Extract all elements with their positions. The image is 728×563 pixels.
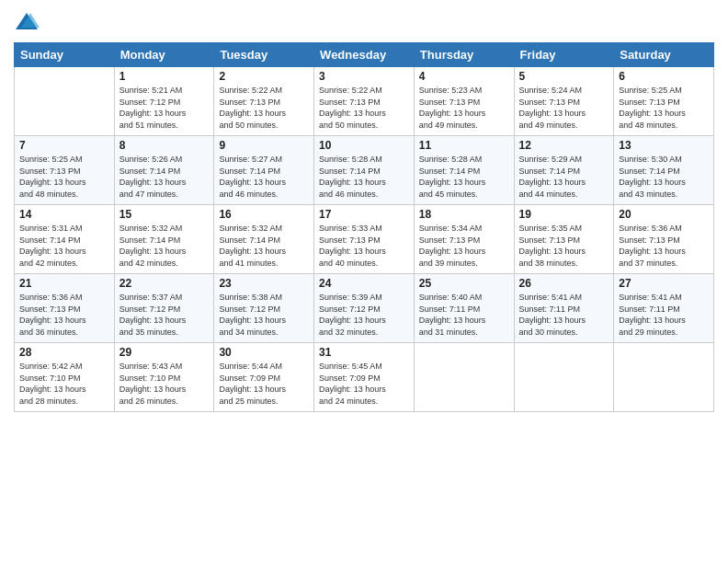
calendar-cell [414, 343, 514, 412]
day-info: Sunrise: 5:41 AM Sunset: 7:11 PM Dayligh… [519, 292, 609, 338]
day-of-week-header: Wednesday [314, 43, 415, 67]
day-info: Sunrise: 5:25 AM Sunset: 7:13 PM Dayligh… [619, 85, 709, 131]
day-info: Sunrise: 5:28 AM Sunset: 7:14 PM Dayligh… [419, 154, 509, 200]
page: SundayMondayTuesdayWednesdayThursdayFrid… [0, 0, 728, 563]
day-info: Sunrise: 5:24 AM Sunset: 7:13 PM Dayligh… [519, 85, 609, 131]
day-number: 8 [119, 139, 210, 152]
day-info: Sunrise: 5:27 AM Sunset: 7:14 PM Dayligh… [219, 154, 309, 200]
day-info: Sunrise: 5:30 AM Sunset: 7:14 PM Dayligh… [619, 154, 709, 200]
day-info: Sunrise: 5:36 AM Sunset: 7:13 PM Dayligh… [619, 223, 709, 269]
day-info: Sunrise: 5:29 AM Sunset: 7:14 PM Dayligh… [519, 154, 609, 200]
day-info: Sunrise: 5:33 AM Sunset: 7:13 PM Dayligh… [319, 223, 409, 269]
day-number: 23 [219, 277, 309, 290]
day-info: Sunrise: 5:43 AM Sunset: 7:10 PM Dayligh… [119, 361, 210, 407]
day-of-week-header: Thursday [414, 43, 514, 67]
day-info: Sunrise: 5:40 AM Sunset: 7:11 PM Dayligh… [419, 292, 509, 338]
day-info: Sunrise: 5:44 AM Sunset: 7:09 PM Dayligh… [219, 361, 309, 407]
day-number: 7 [19, 139, 109, 152]
calendar-cell: 18Sunrise: 5:34 AM Sunset: 7:13 PM Dayli… [414, 205, 514, 274]
logo-icon [14, 9, 40, 35]
day-number: 14 [19, 208, 109, 221]
calendar-cell: 30Sunrise: 5:44 AM Sunset: 7:09 PM Dayli… [214, 343, 314, 412]
day-info: Sunrise: 5:21 AM Sunset: 7:12 PM Dayligh… [119, 85, 210, 131]
calendar-table: SundayMondayTuesdayWednesdayThursdayFrid… [14, 42, 714, 412]
calendar-cell: 19Sunrise: 5:35 AM Sunset: 7:13 PM Dayli… [514, 205, 614, 274]
calendar-cell: 20Sunrise: 5:36 AM Sunset: 7:13 PM Dayli… [614, 205, 714, 274]
calendar-cell: 22Sunrise: 5:37 AM Sunset: 7:12 PM Dayli… [114, 274, 214, 343]
day-info: Sunrise: 5:42 AM Sunset: 7:10 PM Dayligh… [19, 361, 109, 407]
calendar-cell: 28Sunrise: 5:42 AM Sunset: 7:10 PM Dayli… [15, 343, 115, 412]
day-number: 17 [319, 208, 409, 221]
calendar-cell: 2Sunrise: 5:22 AM Sunset: 7:13 PM Daylig… [214, 67, 314, 136]
day-number: 30 [219, 346, 309, 359]
day-number: 16 [219, 208, 309, 221]
day-number: 11 [419, 139, 509, 152]
calendar-cell [514, 343, 614, 412]
day-info: Sunrise: 5:23 AM Sunset: 7:13 PM Dayligh… [419, 85, 509, 131]
day-info: Sunrise: 5:36 AM Sunset: 7:13 PM Dayligh… [19, 292, 109, 338]
calendar-cell: 31Sunrise: 5:45 AM Sunset: 7:09 PM Dayli… [314, 343, 415, 412]
day-number: 21 [19, 277, 109, 290]
calendar-cell: 23Sunrise: 5:38 AM Sunset: 7:12 PM Dayli… [214, 274, 314, 343]
day-number: 20 [619, 208, 709, 221]
day-of-week-header: Tuesday [214, 43, 314, 67]
calendar-cell: 13Sunrise: 5:30 AM Sunset: 7:14 PM Dayli… [614, 136, 714, 205]
day-of-week-header: Monday [114, 43, 214, 67]
calendar-cell: 24Sunrise: 5:39 AM Sunset: 7:12 PM Dayli… [314, 274, 415, 343]
day-info: Sunrise: 5:38 AM Sunset: 7:12 PM Dayligh… [219, 292, 309, 338]
day-number: 24 [319, 277, 409, 290]
day-number: 27 [619, 277, 709, 290]
day-number: 9 [219, 139, 309, 152]
calendar-cell: 11Sunrise: 5:28 AM Sunset: 7:14 PM Dayli… [414, 136, 514, 205]
calendar-cell: 27Sunrise: 5:41 AM Sunset: 7:11 PM Dayli… [614, 274, 714, 343]
calendar-cell: 17Sunrise: 5:33 AM Sunset: 7:13 PM Dayli… [314, 205, 415, 274]
calendar-week-row: 28Sunrise: 5:42 AM Sunset: 7:10 PM Dayli… [15, 343, 714, 412]
day-of-week-header: Sunday [15, 43, 115, 67]
day-number: 31 [319, 346, 409, 359]
day-number: 18 [419, 208, 509, 221]
calendar-cell: 16Sunrise: 5:32 AM Sunset: 7:14 PM Dayli… [214, 205, 314, 274]
calendar-cell: 25Sunrise: 5:40 AM Sunset: 7:11 PM Dayli… [414, 274, 514, 343]
day-number: 25 [419, 277, 509, 290]
day-info: Sunrise: 5:32 AM Sunset: 7:14 PM Dayligh… [119, 223, 210, 269]
day-number: 4 [419, 70, 509, 83]
day-number: 26 [519, 277, 609, 290]
calendar-cell: 1Sunrise: 5:21 AM Sunset: 7:12 PM Daylig… [114, 67, 214, 136]
calendar-cell: 21Sunrise: 5:36 AM Sunset: 7:13 PM Dayli… [15, 274, 115, 343]
day-number: 15 [119, 208, 210, 221]
day-number: 10 [319, 139, 409, 152]
day-number: 6 [619, 70, 709, 83]
calendar-cell [15, 67, 115, 136]
calendar-cell: 4Sunrise: 5:23 AM Sunset: 7:13 PM Daylig… [414, 67, 514, 136]
calendar-cell: 14Sunrise: 5:31 AM Sunset: 7:14 PM Dayli… [15, 205, 115, 274]
calendar-cell: 29Sunrise: 5:43 AM Sunset: 7:10 PM Dayli… [114, 343, 214, 412]
calendar-cell: 3Sunrise: 5:22 AM Sunset: 7:13 PM Daylig… [314, 67, 415, 136]
calendar-header-row: SundayMondayTuesdayWednesdayThursdayFrid… [15, 43, 714, 67]
day-info: Sunrise: 5:45 AM Sunset: 7:09 PM Dayligh… [319, 361, 409, 407]
day-of-week-header: Friday [514, 43, 614, 67]
day-number: 28 [19, 346, 109, 359]
day-info: Sunrise: 5:37 AM Sunset: 7:12 PM Dayligh… [119, 292, 210, 338]
calendar-cell: 7Sunrise: 5:25 AM Sunset: 7:13 PM Daylig… [15, 136, 115, 205]
day-info: Sunrise: 5:22 AM Sunset: 7:13 PM Dayligh… [219, 85, 309, 131]
day-number: 29 [119, 346, 210, 359]
calendar-cell: 26Sunrise: 5:41 AM Sunset: 7:11 PM Dayli… [514, 274, 614, 343]
calendar-cell: 6Sunrise: 5:25 AM Sunset: 7:13 PM Daylig… [614, 67, 714, 136]
logo [14, 9, 43, 35]
day-of-week-header: Saturday [614, 43, 714, 67]
day-number: 13 [619, 139, 709, 152]
header [14, 9, 714, 35]
calendar-week-row: 7Sunrise: 5:25 AM Sunset: 7:13 PM Daylig… [15, 136, 714, 205]
day-number: 5 [519, 70, 609, 83]
day-number: 3 [319, 70, 409, 83]
calendar-cell [614, 343, 714, 412]
calendar-week-row: 21Sunrise: 5:36 AM Sunset: 7:13 PM Dayli… [15, 274, 714, 343]
day-info: Sunrise: 5:31 AM Sunset: 7:14 PM Dayligh… [19, 223, 109, 269]
day-number: 22 [119, 277, 210, 290]
calendar-cell: 5Sunrise: 5:24 AM Sunset: 7:13 PM Daylig… [514, 67, 614, 136]
calendar-cell: 9Sunrise: 5:27 AM Sunset: 7:14 PM Daylig… [214, 136, 314, 205]
day-number: 2 [219, 70, 309, 83]
calendar-week-row: 1Sunrise: 5:21 AM Sunset: 7:12 PM Daylig… [15, 67, 714, 136]
day-info: Sunrise: 5:34 AM Sunset: 7:13 PM Dayligh… [419, 223, 509, 269]
day-info: Sunrise: 5:41 AM Sunset: 7:11 PM Dayligh… [619, 292, 709, 338]
